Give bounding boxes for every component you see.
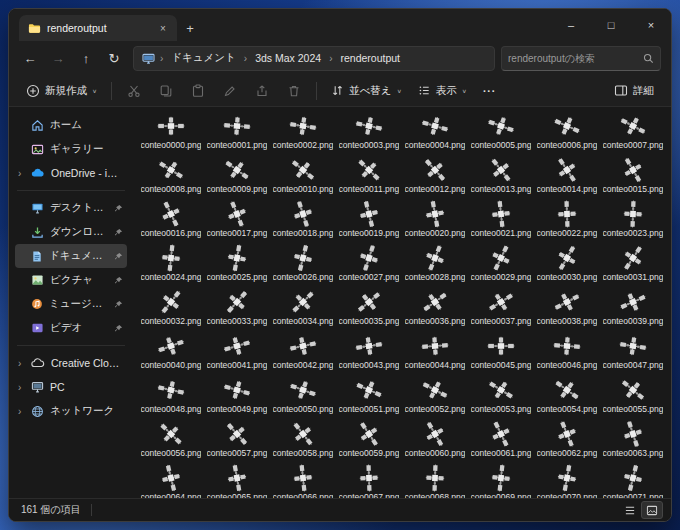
breadcrumb-documents[interactable]: ドキュメント bbox=[168, 50, 238, 66]
sidebar-item-downloads[interactable]: ダウンロード bbox=[15, 220, 127, 244]
forward-button[interactable]: → bbox=[45, 45, 71, 71]
file-item[interactable]: conteo0013.png bbox=[469, 153, 533, 197]
refresh-button[interactable]: ↻ bbox=[101, 45, 127, 71]
file-item[interactable]: conteo0058.png bbox=[271, 417, 335, 461]
tab-close-icon[interactable]: × bbox=[155, 20, 171, 36]
file-item[interactable]: conteo0017.png bbox=[205, 197, 269, 241]
file-item[interactable]: conteo0030.png bbox=[535, 241, 599, 285]
search-box[interactable] bbox=[501, 46, 661, 71]
sidebar-item-videos[interactable]: ビデオ bbox=[15, 316, 127, 340]
chevron-right-icon[interactable]: › bbox=[18, 168, 21, 179]
close-button[interactable]: × bbox=[631, 9, 671, 41]
file-item[interactable]: conteo0019.png bbox=[337, 197, 401, 241]
file-item[interactable]: conteo0027.png bbox=[337, 241, 401, 285]
file-item[interactable]: conteo0056.png bbox=[139, 417, 203, 461]
back-button[interactable]: ← bbox=[17, 45, 43, 71]
file-item[interactable]: conteo0045.png bbox=[469, 329, 533, 373]
file-item[interactable]: conteo0054.png bbox=[535, 373, 599, 417]
file-item[interactable]: conteo0055.png bbox=[601, 373, 665, 417]
rename-button[interactable] bbox=[215, 78, 245, 104]
file-item[interactable]: conteo0053.png bbox=[469, 373, 533, 417]
sort-button[interactable]: 並べ替え ∨ bbox=[324, 78, 409, 104]
file-item[interactable]: conteo0032.png bbox=[139, 285, 203, 329]
file-item[interactable]: conteo0043.png bbox=[337, 329, 401, 373]
new-tab-button[interactable]: + bbox=[177, 15, 203, 41]
sidebar-item-onedrive[interactable]: › OneDrive - iPentec bbox=[15, 161, 127, 185]
file-item[interactable]: conteo0009.png bbox=[205, 153, 269, 197]
sidebar-item-network[interactable]: › ネットワーク bbox=[15, 399, 127, 423]
sidebar-item-gallery[interactable]: ギャラリー bbox=[15, 137, 127, 161]
file-item[interactable]: conteo0005.png bbox=[469, 109, 533, 153]
sidebar-item-home[interactable]: ホーム bbox=[15, 113, 127, 137]
file-item[interactable]: conteo0049.png bbox=[205, 373, 269, 417]
file-item[interactable]: conteo0047.png bbox=[601, 329, 665, 373]
file-item[interactable]: conteo0010.png bbox=[271, 153, 335, 197]
file-item[interactable]: conteo0014.png bbox=[535, 153, 599, 197]
search-input[interactable] bbox=[508, 53, 643, 64]
more-button[interactable]: ··· bbox=[476, 78, 504, 104]
cut-button[interactable] bbox=[119, 78, 149, 104]
file-item[interactable]: conteo0050.png bbox=[271, 373, 335, 417]
file-item[interactable]: conteo0026.png bbox=[271, 241, 335, 285]
file-item[interactable]: conteo0007.png bbox=[601, 109, 665, 153]
file-item[interactable]: conteo0011.png bbox=[337, 153, 401, 197]
chevron-right-icon[interactable]: › bbox=[18, 406, 21, 417]
file-item[interactable]: conteo0033.png bbox=[205, 285, 269, 329]
details-pane-button[interactable]: 詳細 bbox=[607, 78, 661, 104]
file-item[interactable]: conteo0038.png bbox=[535, 285, 599, 329]
maximize-button[interactable]: □ bbox=[591, 9, 631, 41]
breadcrumb[interactable]: › ドキュメント › 3ds Max 2024 › renderoutput bbox=[133, 46, 495, 71]
minimize-button[interactable]: – bbox=[551, 9, 591, 41]
file-item[interactable]: conteo0057.png bbox=[205, 417, 269, 461]
file-item[interactable]: conteo0062.png bbox=[535, 417, 599, 461]
file-item[interactable]: conteo0046.png bbox=[535, 329, 599, 373]
file-item[interactable]: conteo0061.png bbox=[469, 417, 533, 461]
file-item[interactable]: conteo0001.png bbox=[205, 109, 269, 153]
share-button[interactable] bbox=[247, 78, 277, 104]
sidebar-item-documents[interactable]: ドキュメント bbox=[15, 244, 127, 268]
file-item[interactable]: conteo0029.png bbox=[469, 241, 533, 285]
file-item[interactable]: conteo0042.png bbox=[271, 329, 335, 373]
tab-renderoutput[interactable]: renderoutput × bbox=[19, 15, 177, 41]
file-item[interactable]: conteo0021.png bbox=[469, 197, 533, 241]
file-item[interactable]: conteo0016.png bbox=[139, 197, 203, 241]
breadcrumb-3dsmax[interactable]: 3ds Max 2024 bbox=[252, 51, 324, 65]
file-item[interactable]: conteo0024.png bbox=[139, 241, 203, 285]
sidebar-item-pc[interactable]: › PC bbox=[15, 375, 127, 399]
file-item[interactable]: conteo0015.png bbox=[601, 153, 665, 197]
file-item[interactable]: conteo0039.png bbox=[601, 285, 665, 329]
file-item[interactable]: conteo0041.png bbox=[205, 329, 269, 373]
copy-button[interactable] bbox=[151, 78, 181, 104]
breadcrumb-renderoutput[interactable]: renderoutput bbox=[337, 51, 403, 65]
file-item[interactable]: conteo0044.png bbox=[403, 329, 467, 373]
file-item[interactable]: conteo0059.png bbox=[337, 417, 401, 461]
view-button[interactable]: 表示 ∨ bbox=[411, 78, 474, 104]
delete-button[interactable] bbox=[279, 78, 309, 104]
sidebar-item-pictures[interactable]: ピクチャ bbox=[15, 268, 127, 292]
file-item[interactable]: conteo0004.png bbox=[403, 109, 467, 153]
up-button[interactable]: ↑ bbox=[73, 45, 99, 71]
thumbnail-view-toggle[interactable] bbox=[641, 501, 663, 519]
file-item[interactable]: conteo0031.png bbox=[601, 241, 665, 285]
file-item[interactable]: conteo0035.png bbox=[337, 285, 401, 329]
file-item[interactable]: conteo0036.png bbox=[403, 285, 467, 329]
file-item[interactable]: conteo0052.png bbox=[403, 373, 467, 417]
file-item[interactable]: conteo0000.png bbox=[139, 109, 203, 153]
file-item[interactable]: conteo0063.png bbox=[601, 417, 665, 461]
file-item[interactable]: conteo0028.png bbox=[403, 241, 467, 285]
file-item[interactable]: conteo0022.png bbox=[535, 197, 599, 241]
sidebar-item-creative-cloud[interactable]: › Creative Cloud Files bbox=[15, 351, 127, 375]
chevron-right-icon[interactable]: › bbox=[18, 358, 21, 369]
file-item[interactable]: conteo0008.png bbox=[139, 153, 203, 197]
search-icon[interactable] bbox=[643, 53, 654, 64]
sidebar-item-music[interactable]: ミュージック bbox=[15, 292, 127, 316]
file-item[interactable]: conteo0051.png bbox=[337, 373, 401, 417]
new-button[interactable]: 新規作成 ∨ bbox=[19, 78, 104, 104]
file-item[interactable]: conteo0034.png bbox=[271, 285, 335, 329]
file-item[interactable]: conteo0023.png bbox=[601, 197, 665, 241]
file-item[interactable]: conteo0002.png bbox=[271, 109, 335, 153]
paste-button[interactable] bbox=[183, 78, 213, 104]
chevron-right-icon[interactable]: › bbox=[18, 382, 21, 393]
file-item[interactable]: conteo0040.png bbox=[139, 329, 203, 373]
sidebar-item-desktop[interactable]: デスクトップ bbox=[15, 196, 127, 220]
